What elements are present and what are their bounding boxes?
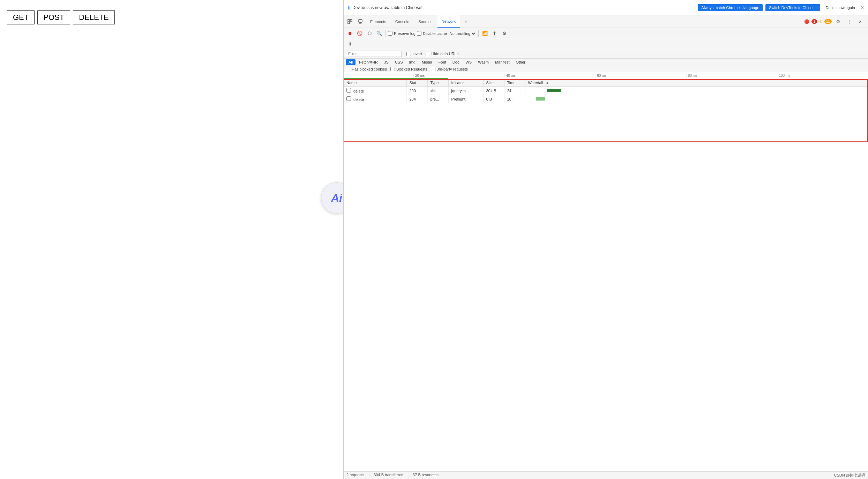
cell-waterfall-1 xyxy=(525,87,868,95)
row-checkbox-2[interactable] xyxy=(346,96,351,101)
type-filter-bar: All Fetch/XHR JS CSS Img Media Font Doc … xyxy=(344,59,868,66)
type-doc[interactable]: Doc xyxy=(450,59,462,65)
blocked-requests-checkbox[interactable] xyxy=(390,67,395,71)
timeline-tick-60: 60 ms xyxy=(595,74,686,78)
notification-text: DevTools is now available in Chinese! xyxy=(352,5,695,10)
cell-initiator-1: jquery.m... xyxy=(448,87,483,95)
cell-time-2: 18 ... xyxy=(504,95,525,103)
timeline-tick-100: 100 ms xyxy=(777,74,868,78)
preserve-log-label[interactable]: Preserve log xyxy=(388,31,416,36)
delete-button[interactable]: DELETE xyxy=(73,10,115,24)
blocked-bar: Has blocked cookies Blocked Requests 3rd… xyxy=(344,66,868,72)
type-css[interactable]: CSS xyxy=(392,59,406,65)
waterfall-bar-2 xyxy=(536,97,545,101)
col-size[interactable]: Size xyxy=(483,79,504,87)
cell-status-2: 204 xyxy=(406,95,427,103)
filter-input[interactable] xyxy=(346,51,402,57)
table-row[interactable]: delete 204 pre... Preflight... 0 B 18 ..… xyxy=(344,95,868,103)
settings2-icon[interactable]: ⚙ xyxy=(500,29,509,38)
col-name[interactable]: Name xyxy=(344,79,406,87)
disable-cache-label[interactable]: Disable cache xyxy=(417,31,447,36)
row-checkbox-1[interactable] xyxy=(346,88,351,93)
tab-sources[interactable]: Sources xyxy=(414,15,436,28)
tab-bar: Elements Console Sources Network » 🔴 1 ⚠… xyxy=(344,15,868,28)
type-media[interactable]: Media xyxy=(419,59,435,65)
tab-console-label: Console xyxy=(395,20,409,24)
type-manifest[interactable]: Manifest xyxy=(492,59,512,65)
tab-network[interactable]: Network xyxy=(437,15,460,28)
svg-rect-2 xyxy=(348,22,350,24)
sort-arrow: ▲ xyxy=(546,81,549,85)
throttle-select[interactable]: No throttling xyxy=(448,31,476,36)
inspect-icon[interactable] xyxy=(345,17,355,27)
switch-devtools-button[interactable]: Switch DevTools to Chinese xyxy=(765,4,820,11)
type-img[interactable]: Img xyxy=(406,59,418,65)
type-js[interactable]: JS xyxy=(381,59,391,65)
timeline-tick-row: 20 ms 40 ms 60 ms 80 ms 100 ms xyxy=(413,74,868,78)
svg-rect-3 xyxy=(359,20,362,22)
filter-bar: Invert Hide data URLs xyxy=(344,49,868,59)
invert-label[interactable]: Invert xyxy=(406,52,422,56)
devtools-panel: ℹ DevTools is now available in Chinese! … xyxy=(343,0,868,479)
settings-icon[interactable]: ⚙ xyxy=(833,17,843,27)
has-blocked-cookies-label[interactable]: Has blocked cookies xyxy=(346,67,387,71)
blocked-requests-label[interactable]: Blocked Requests xyxy=(390,67,427,71)
table-row[interactable]: delete 200 xhr jquery.m... 304 B 24 ... xyxy=(344,87,868,95)
disable-cache-checkbox[interactable] xyxy=(417,31,421,36)
invert-text: Invert xyxy=(412,52,422,56)
col-time[interactable]: Time xyxy=(504,79,525,87)
get-button[interactable]: GET xyxy=(7,10,35,24)
col-initiator[interactable]: Initiator xyxy=(448,79,483,87)
hide-data-text: Hide data URLs xyxy=(432,52,459,56)
timeline-wrapper: 20 ms 40 ms 60 ms 80 ms 100 ms xyxy=(344,72,868,79)
upload-icon[interactable]: ⬆ xyxy=(491,29,499,38)
type-font[interactable]: Font xyxy=(436,59,449,65)
invert-checkbox[interactable] xyxy=(406,52,411,56)
third-party-requests-label[interactable]: 3rd-party requests xyxy=(431,67,468,71)
tab-more-label: » xyxy=(465,20,467,24)
tab-elements-label: Elements xyxy=(370,20,386,24)
notification-close-icon[interactable]: × xyxy=(861,5,864,11)
col-type[interactable]: Type xyxy=(427,79,448,87)
waterfall-bar-1 xyxy=(547,89,561,92)
search-button[interactable]: 🔍 xyxy=(375,29,383,38)
close-devtools-icon[interactable]: × xyxy=(855,17,865,27)
preserve-log-checkbox[interactable] xyxy=(388,31,392,36)
hide-data-label[interactable]: Hide data URLs xyxy=(426,52,459,56)
col-waterfall[interactable]: Waterfall ▲ xyxy=(525,79,868,87)
type-ws[interactable]: WS xyxy=(463,59,474,65)
disable-cache-text: Disable cache xyxy=(423,31,447,36)
wifi-icon[interactable]: 📶 xyxy=(481,29,489,38)
cell-size-2: 0 B xyxy=(483,95,504,103)
filter-icon-btn[interactable]: ⬡ xyxy=(365,29,374,38)
post-button[interactable]: POST xyxy=(37,10,70,24)
dont-show-again-button[interactable]: Don't show again xyxy=(823,4,858,11)
tab-elements[interactable]: Elements xyxy=(366,15,390,28)
network-table-container: Name Stat... Type Initiator Size xyxy=(344,79,868,471)
svg-rect-0 xyxy=(348,20,350,21)
download-icon-area: ⬇ xyxy=(344,39,868,49)
col-status[interactable]: Stat... xyxy=(406,79,427,87)
has-blocked-cookies-text: Has blocked cookies xyxy=(352,67,387,71)
stop-button[interactable]: 🚫 xyxy=(356,29,364,38)
record-button[interactable]: ⏺ xyxy=(346,29,354,38)
third-party-requests-checkbox[interactable] xyxy=(431,67,435,71)
blocked-requests-text: Blocked Requests xyxy=(396,67,427,71)
filter-checkboxes: Invert Hide data URLs xyxy=(406,52,458,56)
more-options-icon[interactable]: ⋮ xyxy=(844,17,854,27)
download-button[interactable]: ⬇ xyxy=(346,40,354,48)
hide-data-checkbox[interactable] xyxy=(426,52,430,56)
device-toggle-icon[interactable] xyxy=(356,17,365,27)
tab-more[interactable]: » xyxy=(461,15,471,28)
cell-type-2: pre... xyxy=(427,95,448,103)
warning-count: 11 xyxy=(824,19,832,24)
type-other[interactable]: Other xyxy=(513,59,528,65)
type-wasm[interactable]: Wasm xyxy=(475,59,492,65)
type-all[interactable]: All xyxy=(346,59,356,65)
third-party-requests-text: 3rd-party requests xyxy=(437,67,468,71)
always-match-button[interactable]: Always match Chrome's language xyxy=(698,4,763,11)
tab-console[interactable]: Console xyxy=(391,15,413,28)
cell-type-1: xhr xyxy=(427,87,448,95)
has-blocked-cookies-checkbox[interactable] xyxy=(346,67,350,71)
type-fetch-xhr[interactable]: Fetch/XHR xyxy=(356,59,381,65)
